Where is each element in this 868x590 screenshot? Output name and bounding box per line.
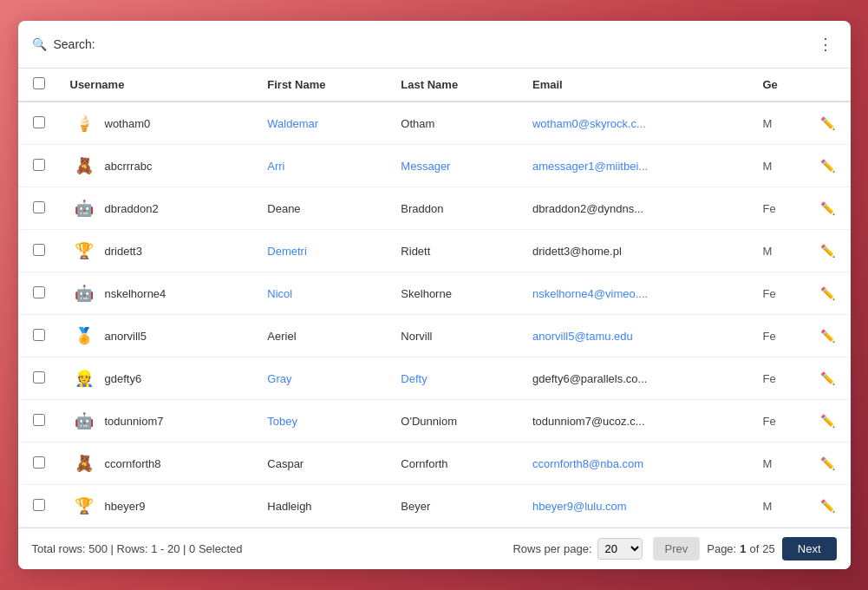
row-firstname: Deane [257, 187, 390, 230]
row-lastname: Norvill [390, 315, 522, 357]
avatar: 👷 [70, 364, 98, 392]
row-firstname: Caspar [257, 442, 390, 485]
row-lastname: Defty [390, 357, 522, 400]
row-email: todunniom7@ucoz.c... [522, 400, 753, 442]
row-checkbox[interactable] [33, 456, 45, 469]
row-checkbox-cell[interactable] [18, 187, 60, 230]
row-username: 🤖 dbraddon2 [60, 187, 258, 230]
row-checkbox[interactable] [33, 371, 45, 384]
row-checkbox-cell[interactable] [18, 272, 60, 315]
avatar: 🏆 [70, 492, 98, 520]
edit-button[interactable]: ✏️ [815, 240, 840, 261]
row-lastname: Otham [390, 102, 522, 145]
row-lastname: Skelhorne [390, 272, 522, 315]
row-edit-cell: ✏️ [805, 145, 851, 187]
edit-button[interactable]: ✏️ [815, 410, 840, 431]
row-checkbox[interactable] [33, 329, 45, 341]
edit-button[interactable]: ✏️ [815, 198, 840, 219]
col-firstname: First Name [257, 69, 390, 102]
row-edit-cell: ✏️ [805, 485, 851, 528]
row-email: anorvill5@tamu.edu [522, 315, 753, 357]
next-button[interactable]: Next [782, 537, 837, 560]
table-row: 🤖 todunniom7 Tobey O'Dunniom todunniom7@… [18, 400, 851, 442]
avatar: 🧸 [70, 152, 98, 180]
row-firstname: Arri [257, 145, 390, 187]
footer-stats: Total rows: 500 | Rows: 1 - 20 | 0 Selec… [32, 542, 243, 555]
avatar: 🧸 [70, 449, 98, 477]
edit-button[interactable]: ✏️ [815, 453, 840, 474]
col-lastname: Last Name [390, 69, 522, 102]
row-firstname: Tobey [257, 400, 390, 442]
row-email: ccornforth8@nba.com [522, 442, 753, 485]
row-edit-cell: ✏️ [805, 272, 851, 315]
edit-button[interactable]: ✏️ [815, 283, 840, 304]
row-username: 🤖 nskelhorne4 [60, 272, 258, 315]
avatar: 🏆 [70, 237, 98, 265]
row-checkbox[interactable] [33, 244, 45, 256]
rows-per-page-select[interactable]: 20 50 100 [597, 538, 643, 560]
row-gender: M [753, 145, 805, 187]
search-icon: 🔍 [32, 37, 47, 51]
rows-per-page-label: Rows per page: [512, 542, 591, 555]
edit-button[interactable]: ✏️ [815, 325, 840, 346]
row-username: 🍦 wotham0 [60, 102, 258, 145]
avatar: 🍦 [70, 109, 98, 137]
edit-button[interactable]: ✏️ [815, 155, 840, 176]
row-gender: Fe [753, 357, 805, 400]
row-gender: Fe [753, 272, 805, 315]
table-row: 🏅 anorvill5 Aeriel Norvill anorvill5@tam… [18, 315, 851, 357]
more-options-icon[interactable]: ⋮ [814, 31, 837, 57]
col-gender: Ge [753, 69, 805, 102]
table-row: 🤖 dbraddon2 Deane Braddon dbraddon2@dynd… [18, 187, 851, 230]
row-gender: Fe [753, 187, 805, 230]
edit-button[interactable]: ✏️ [815, 113, 840, 134]
table-footer: Total rows: 500 | Rows: 1 - 20 | 0 Selec… [18, 528, 851, 569]
edit-button[interactable]: ✏️ [815, 368, 840, 389]
row-checkbox[interactable] [33, 159, 45, 171]
row-lastname: Braddon [390, 187, 522, 230]
row-checkbox-cell[interactable] [18, 230, 60, 272]
row-username: 🏆 dridett3 [60, 230, 258, 272]
row-firstname: Gray [257, 357, 390, 400]
row-checkbox[interactable] [33, 116, 45, 128]
table-row: 🍦 wotham0 Waldemar Otham wotham0@skyrock… [18, 102, 851, 145]
row-edit-cell: ✏️ [805, 102, 851, 145]
row-firstname: Demetri [257, 230, 390, 272]
row-username: 🤖 todunniom7 [60, 400, 258, 442]
row-checkbox-cell[interactable] [18, 442, 60, 485]
row-email: dridett3@home.pl [522, 230, 753, 272]
edit-button[interactable]: ✏️ [815, 495, 840, 516]
row-edit-cell: ✏️ [805, 400, 851, 442]
row-email: wotham0@skyrock.c... [522, 102, 753, 145]
prev-button[interactable]: Prev [653, 537, 701, 560]
row-firstname: Nicol [257, 272, 390, 315]
row-checkbox[interactable] [33, 286, 45, 298]
select-all-checkbox[interactable] [33, 77, 45, 89]
row-lastname: O'Dunniom [390, 400, 522, 442]
row-checkbox[interactable] [33, 499, 45, 511]
row-checkbox-cell[interactable] [18, 357, 60, 400]
row-edit-cell: ✏️ [805, 230, 851, 272]
row-email: amessager1@miitbei... [522, 145, 753, 187]
pagination: Prev Page: 1 of 25 Next [653, 537, 837, 560]
table-row: 🤖 nskelhorne4 Nicol Skelhorne nskelhorne… [18, 272, 851, 315]
row-edit-cell: ✏️ [805, 315, 851, 357]
rows-per-page: Rows per page: 20 50 100 [512, 538, 642, 560]
row-checkbox-cell[interactable] [18, 145, 60, 187]
row-gender: M [753, 230, 805, 272]
search-label: Search: [54, 37, 95, 51]
row-edit-cell: ✏️ [805, 187, 851, 230]
select-all-header[interactable] [18, 69, 60, 102]
row-checkbox-cell[interactable] [18, 102, 60, 145]
row-checkbox[interactable] [33, 201, 45, 213]
total-rows: Total rows: 500 | Rows: 1 - 20 | 0 Selec… [32, 542, 243, 555]
row-checkbox-cell[interactable] [18, 315, 60, 357]
row-checkbox-cell[interactable] [18, 400, 60, 442]
col-email: Email [522, 69, 753, 102]
row-checkbox-cell[interactable] [18, 485, 60, 528]
row-firstname: Waldemar [257, 102, 390, 145]
avatar: 🤖 [70, 194, 98, 222]
row-checkbox[interactable] [33, 414, 45, 426]
avatar: 🤖 [70, 407, 98, 435]
row-username: 👷 gdefty6 [60, 357, 258, 400]
